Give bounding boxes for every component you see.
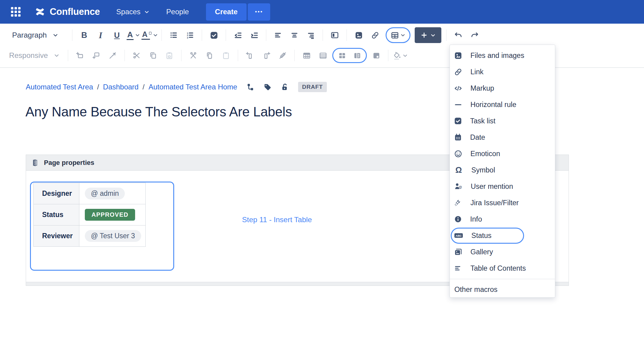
header-cell-toggle-button[interactable] [368, 48, 384, 63]
toolbar-separator [294, 50, 295, 61]
properties-table[interactable]: Designer @ admin Status APPROVED Reviewe… [33, 183, 146, 247]
menu-item-date[interactable]: Date [450, 129, 555, 145]
task-list-button[interactable] [206, 28, 222, 42]
row-label: Reviewer [34, 226, 79, 247]
align-left-button[interactable] [270, 28, 286, 42]
header-column-toggle-button[interactable] [350, 48, 365, 63]
step-link[interactable]: Step 11 - Insert Table [242, 216, 312, 224]
menu-item-user-mention[interactable]: @ User mention [450, 178, 555, 195]
info-icon [454, 215, 462, 223]
table-of-contents-icon [454, 264, 462, 272]
undo-button[interactable] [450, 28, 466, 42]
status-lozenge[interactable]: APPROVED [85, 209, 135, 221]
align-right-icon [307, 31, 315, 39]
menu-item-info[interactable]: Info [450, 211, 555, 227]
scissors-icon [133, 52, 141, 59]
outdent-button[interactable] [230, 28, 246, 42]
menu-item-horizontal-rule[interactable]: Horizontal rule [450, 96, 555, 113]
toolbar-separator [446, 29, 446, 41]
insert-image-button[interactable] [350, 28, 367, 42]
header-cell-icon [372, 52, 380, 60]
add-column-before-icon [246, 52, 254, 59]
insert-table-button[interactable] [388, 28, 408, 42]
task-checkbox-icon [210, 31, 218, 39]
menu-item-symbol[interactable]: Ω Symbol [450, 162, 555, 178]
underline-button[interactable]: U [109, 28, 125, 42]
chevron-down-icon [135, 33, 140, 38]
toolbar-separator [72, 29, 72, 41]
merge-cells-button[interactable] [105, 48, 121, 63]
bold-button[interactable]: B [76, 28, 92, 42]
user-mention-pill[interactable]: @ Test User 3 [85, 230, 141, 242]
clear-cells-button[interactable] [274, 48, 291, 63]
clear-cells-icon [279, 52, 287, 59]
user-mention-pill[interactable]: @ admin [85, 188, 125, 199]
menu-item-gallery[interactable]: Gallery [450, 244, 555, 260]
table-row: Designer @ admin [34, 183, 146, 204]
markup-icon [454, 84, 462, 92]
menu-item-emoticon[interactable]: Emoticon [450, 145, 555, 162]
copy-row-button[interactable] [145, 48, 161, 63]
spaces-menu[interactable]: Spaces [108, 0, 158, 24]
add-column-before-button[interactable] [242, 48, 258, 63]
table-style-dropdown[interactable]: Responsive [9, 48, 64, 63]
cell-background-color-button[interactable] [392, 48, 408, 63]
unlock-icon[interactable] [281, 83, 289, 91]
menu-item-status[interactable]: ABC Status [450, 227, 555, 244]
people-menu[interactable]: People [158, 0, 198, 24]
breadcrumb-space-link[interactable]: Automated Test Area [26, 83, 93, 91]
app-switcher-icon[interactable] [8, 4, 24, 20]
user-mention-icon: @ [454, 182, 463, 191]
bullet-list-button[interactable] [165, 28, 182, 42]
page-layout-button[interactable] [327, 28, 343, 42]
create-button[interactable]: Create [206, 3, 247, 21]
insert-more-content-button[interactable] [415, 27, 441, 43]
confluence-logo[interactable]: Confluence [34, 6, 100, 18]
toolbar-separator [388, 50, 388, 61]
table-row: Reviewer @ Test User 3 [34, 226, 146, 247]
breadcrumb-dashboard-link[interactable]: Dashboard [103, 83, 138, 91]
menu-item-table-of-contents[interactable]: Table of Contents [450, 260, 555, 276]
toolbar-separator [161, 29, 162, 41]
cut-row-button[interactable] [128, 48, 145, 63]
table-header-row-button[interactable] [298, 48, 315, 63]
menu-item-files-and-images[interactable]: Files and images [450, 47, 555, 64]
cut-column-button[interactable] [185, 48, 201, 63]
page-tree-icon[interactable] [246, 83, 254, 91]
indent-button[interactable] [246, 28, 262, 42]
create-more-button[interactable]: ••• [248, 3, 270, 21]
menu-item-link[interactable]: Link [450, 64, 555, 80]
labels-tag-icon[interactable] [264, 83, 272, 91]
macro-title: Page properties [44, 159, 94, 167]
menu-item-jira[interactable]: Jira Issue/Filter [450, 195, 555, 211]
copy-column-button[interactable] [201, 48, 218, 63]
paste-column-button[interactable] [218, 48, 234, 63]
page-layout-icon [330, 31, 339, 39]
add-column-after-button[interactable] [258, 48, 274, 63]
numbered-list-button[interactable]: 123 [182, 28, 198, 42]
breadcrumb-parent-page-link[interactable]: Automated Test Area Home [148, 83, 237, 91]
text-color-button[interactable]: A [125, 28, 141, 42]
toolbar-separator [181, 50, 181, 61]
menu-item-markup[interactable]: Markup [450, 80, 555, 96]
redo-button[interactable] [466, 28, 483, 42]
chevron-down-icon [144, 9, 149, 15]
menu-item-task-list[interactable]: Task list [450, 113, 555, 129]
italic-button[interactable]: I [92, 28, 109, 42]
add-row-above-button[interactable] [72, 48, 88, 63]
paste-icon [165, 52, 173, 59]
paragraph-style-dropdown[interactable]: Paragraph [12, 28, 68, 42]
copy-icon [206, 52, 214, 59]
align-center-button[interactable] [286, 28, 303, 42]
menu-item-other-macros[interactable]: Other macros [450, 282, 555, 297]
paste-row-button[interactable] [161, 48, 178, 63]
align-right-button[interactable] [303, 28, 319, 42]
table-numbered-column-button[interactable] [315, 48, 331, 63]
header-row-toggle-button[interactable] [334, 48, 350, 63]
highlight-color-button[interactable]: A [141, 28, 158, 42]
chevron-down-icon [403, 53, 408, 58]
add-row-below-button[interactable] [88, 48, 105, 63]
add-row-above-icon [76, 52, 84, 59]
table-row: Status APPROVED [34, 204, 146, 226]
insert-link-button[interactable] [367, 28, 383, 42]
